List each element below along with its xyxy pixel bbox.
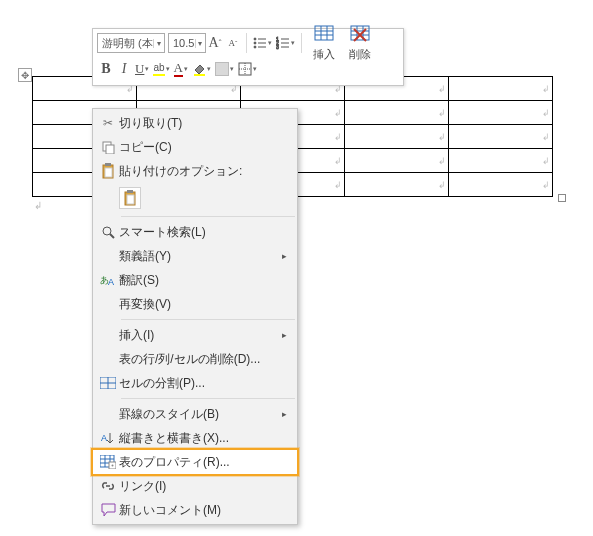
menu-insert-label: 挿入(I) (119, 327, 279, 344)
menu-border-style[interactable]: 罫線のスタイル(B) ▸ (93, 402, 297, 426)
svg-rect-24 (194, 74, 205, 76)
underline-button[interactable]: U▾ (133, 59, 151, 79)
svg-rect-31 (105, 163, 111, 166)
menu-paste-options-header: 貼り付けのオプション: (93, 159, 297, 183)
table-move-handle[interactable]: ✥ (18, 68, 32, 82)
svg-point-51 (112, 465, 114, 467)
svg-rect-12 (315, 26, 333, 40)
chevron-down-icon[interactable]: ▾ (153, 39, 164, 48)
svg-rect-17 (351, 26, 369, 40)
separator (246, 33, 247, 53)
svg-rect-34 (127, 190, 133, 193)
menu-text-direction[interactable]: A 縦書きと横書き(X)... (93, 426, 297, 450)
numbering-button[interactable]: 123 ▾ (274, 33, 297, 53)
menu-table-properties[interactable]: 表のプロパティ(R)... (93, 450, 297, 474)
font-size-value: 10.5 (169, 37, 195, 49)
menu-table-properties-label: 表のプロパティ(R)... (119, 454, 279, 471)
menu-cut-label: 切り取り(T) (119, 115, 279, 132)
separator (121, 398, 295, 399)
menu-delete-rows-cols-cells[interactable]: 表の行/列/セルの削除(D)... (93, 347, 297, 371)
svg-point-4 (254, 46, 256, 48)
split-cells-icon (97, 377, 119, 389)
delete-label: 削除 (349, 47, 371, 62)
menu-smart-lookup[interactable]: スマート検索(L) (93, 220, 297, 244)
separator (301, 33, 302, 53)
menu-smart-lookup-label: スマート検索(L) (119, 224, 279, 241)
shading-button[interactable]: ▾ (190, 59, 213, 79)
menu-copy-label: コピー(C) (119, 139, 279, 156)
clipboard-icon (97, 163, 119, 179)
menu-split-cells-label: セルの分割(P)... (119, 375, 279, 392)
font-color-button[interactable]: A▾ (172, 59, 190, 79)
menu-new-comment[interactable]: 新しいコメント(M) (93, 498, 297, 522)
copy-icon (97, 140, 119, 154)
chevron-down-icon[interactable]: ▾ (195, 39, 205, 48)
search-icon (97, 225, 119, 239)
insert-table-icon (314, 25, 334, 45)
menu-paste-option-row (93, 183, 297, 213)
separator (121, 216, 295, 217)
svg-point-36 (103, 227, 111, 235)
font-size-combo[interactable]: 10.5 ▾ (168, 33, 206, 53)
font-name-combo[interactable]: 游明朝 (本 ▾ (97, 33, 165, 53)
paint-bucket-icon (192, 62, 206, 76)
menu-paste-options-label: 貼り付けのオプション: (119, 163, 279, 180)
svg-rect-35 (127, 195, 134, 204)
svg-rect-29 (106, 145, 114, 154)
paragraph-mark: ↲ (34, 200, 42, 211)
menu-synonyms-label: 類義語(Y) (119, 248, 279, 265)
paste-keep-source-button[interactable] (119, 187, 141, 209)
translate-icon: あA (97, 273, 119, 287)
separator (121, 319, 295, 320)
context-menu: ✂ 切り取り(T) コピー(C) 貼り付けのオプション: スマート検索(L) 類… (92, 108, 298, 525)
bold-button[interactable]: B (97, 59, 115, 79)
svg-line-37 (110, 234, 114, 238)
svg-text:A: A (108, 277, 114, 287)
font-name-value: 游明朝 (本 (98, 36, 153, 51)
grow-font-button[interactable]: Aˆ (206, 33, 224, 53)
menu-new-comment-label: 新しいコメント(M) (119, 502, 279, 519)
menu-link-label: リンク(I) (119, 478, 279, 495)
delete-button[interactable]: 削除 (342, 20, 378, 66)
menu-delete-rcc-label: 表の行/列/セルの削除(D)... (119, 351, 279, 368)
cell-fill-button[interactable]: ▾ (213, 59, 236, 79)
table-properties-icon (97, 455, 119, 469)
chevron-right-icon: ▸ (279, 330, 289, 340)
svg-rect-32 (105, 168, 112, 177)
insert-label: 挿入 (313, 47, 335, 62)
menu-reconvert-label: 再変換(V) (119, 296, 279, 313)
bullets-button[interactable]: ▾ (251, 33, 274, 53)
text-direction-icon: A (97, 431, 119, 445)
clipboard-icon (123, 190, 137, 206)
menu-text-direction-label: 縦書きと横書き(X)... (119, 430, 279, 447)
highlight-button[interactable]: ab▾ (151, 59, 171, 79)
menu-split-cells[interactable]: セルの分割(P)... (93, 371, 297, 395)
menu-reconvert[interactable]: 再変換(V) (93, 292, 297, 316)
table-resize-handle[interactable] (558, 194, 566, 202)
insert-button[interactable]: 挿入 (306, 20, 342, 66)
italic-button[interactable]: I (115, 59, 133, 79)
svg-text:3: 3 (276, 44, 279, 50)
mini-toolbar: 游明朝 (本 ▾ 10.5 ▾ Aˆ Aˇ ▾ 123 ▾ (92, 28, 404, 86)
svg-point-0 (254, 38, 256, 40)
delete-table-icon (350, 25, 370, 45)
scissors-icon: ✂ (97, 116, 119, 130)
menu-border-style-label: 罫線のスタイル(B) (119, 406, 279, 423)
comment-icon (97, 503, 119, 517)
menu-translate-label: 翻訳(S) (119, 272, 279, 289)
menu-translate[interactable]: あA 翻訳(S) (93, 268, 297, 292)
chevron-right-icon: ▸ (279, 409, 289, 419)
menu-synonyms[interactable]: 類義語(Y) ▸ (93, 244, 297, 268)
svg-text:A: A (101, 433, 107, 443)
menu-cut[interactable]: ✂ 切り取り(T) (93, 111, 297, 135)
borders-icon (238, 62, 252, 76)
shrink-font-button[interactable]: Aˇ (224, 33, 242, 53)
menu-link[interactable]: リンク(I) (93, 474, 297, 498)
chevron-right-icon: ▸ (279, 251, 289, 261)
link-icon (97, 479, 119, 493)
svg-point-2 (254, 42, 256, 44)
borders-button[interactable]: ▾ (236, 59, 259, 79)
menu-insert[interactable]: 挿入(I) ▸ (93, 323, 297, 347)
menu-copy[interactable]: コピー(C) (93, 135, 297, 159)
